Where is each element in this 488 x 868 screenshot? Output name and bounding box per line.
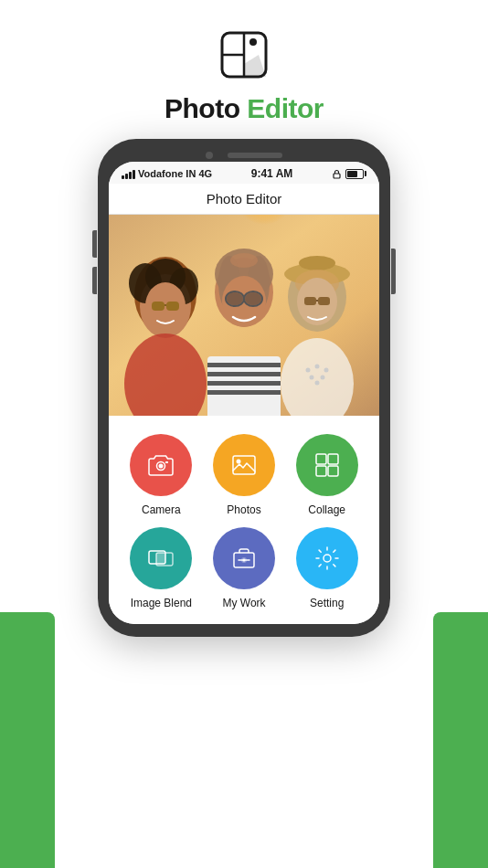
nav-title: Photo Editor xyxy=(207,191,282,206)
photo-area xyxy=(109,215,379,416)
svg-point-64 xyxy=(242,559,245,562)
svg-point-24 xyxy=(227,292,243,305)
svg-point-37 xyxy=(297,278,337,325)
phone-screen: Vodafone IN 4G 9:41 AM Photo Editor xyxy=(109,162,379,624)
front-camera xyxy=(206,152,213,159)
top-section: Photo Editor xyxy=(0,0,488,139)
image-blend-label: Image Blend xyxy=(131,597,192,609)
image-blend-circle xyxy=(130,527,192,589)
svg-point-45 xyxy=(310,376,314,380)
menu-grid: Camera Photos xyxy=(123,434,365,609)
camera-circle xyxy=(130,434,192,496)
setting-icon xyxy=(313,544,342,573)
my-work-menu-item[interactable]: My Work xyxy=(207,527,282,609)
setting-menu-item[interactable]: Setting xyxy=(289,527,365,609)
speaker xyxy=(228,153,282,158)
status-left: Vodafone IN 4G xyxy=(122,168,212,179)
svg-rect-14 xyxy=(166,302,179,311)
svg-rect-28 xyxy=(207,363,281,367)
status-bar: Vodafone IN 4G 9:41 AM xyxy=(109,162,379,184)
status-right xyxy=(332,169,366,179)
collage-icon xyxy=(313,450,342,480)
svg-rect-13 xyxy=(152,302,164,311)
svg-rect-39 xyxy=(318,297,330,305)
svg-rect-54 xyxy=(316,454,326,464)
volume-up-button xyxy=(92,230,97,258)
collage-circle xyxy=(296,434,358,496)
collage-label: Collage xyxy=(308,503,345,516)
svg-rect-29 xyxy=(207,372,281,376)
photos-icon xyxy=(229,450,259,480)
setting-circle xyxy=(296,527,358,589)
signal-icon xyxy=(122,169,135,179)
svg-rect-60 xyxy=(156,553,165,564)
svg-point-65 xyxy=(324,555,331,562)
svg-point-53 xyxy=(236,460,240,464)
svg-rect-31 xyxy=(207,390,281,395)
lock-icon xyxy=(332,169,342,179)
battery-icon xyxy=(345,169,366,179)
svg-point-50 xyxy=(159,464,164,469)
phone-mockup: Vodafone IN 4G 9:41 AM Photo Editor xyxy=(98,139,390,637)
setting-label: Setting xyxy=(310,597,344,609)
volume-down-button xyxy=(92,267,97,294)
carrier-text: Vodafone IN 4G xyxy=(138,168,212,179)
svg-rect-52 xyxy=(233,456,255,474)
svg-point-25 xyxy=(245,292,261,305)
svg-rect-57 xyxy=(328,466,338,476)
svg-rect-56 xyxy=(316,466,326,476)
svg-rect-4 xyxy=(334,174,340,178)
my-work-circle xyxy=(213,527,275,589)
svg-rect-30 xyxy=(207,381,281,386)
my-work-icon xyxy=(229,544,259,573)
photos-circle xyxy=(213,434,275,496)
camera-menu-item[interactable]: Camera xyxy=(123,434,199,516)
photos-menu-item[interactable]: Photos xyxy=(207,434,282,516)
svg-point-44 xyxy=(324,368,329,373)
svg-point-43 xyxy=(315,365,320,369)
svg-rect-55 xyxy=(328,454,338,464)
collage-menu-item[interactable]: Collage xyxy=(289,434,365,516)
status-time: 9:41 AM xyxy=(251,167,293,180)
app-icon xyxy=(218,29,270,93)
svg-point-48 xyxy=(230,253,258,268)
camera-label: Camera xyxy=(142,503,181,516)
people-photo xyxy=(109,215,379,416)
svg-rect-38 xyxy=(304,297,316,305)
svg-point-46 xyxy=(321,376,325,380)
green-left-accent xyxy=(0,612,55,868)
app-title: Photo Editor xyxy=(164,93,324,124)
svg-point-42 xyxy=(306,368,311,373)
svg-point-3 xyxy=(249,38,257,46)
nav-bar: Photo Editor xyxy=(109,184,379,215)
my-work-label: My Work xyxy=(222,597,265,609)
svg-point-47 xyxy=(315,381,320,386)
phone-notch xyxy=(109,152,379,159)
svg-rect-51 xyxy=(165,461,168,463)
power-button xyxy=(391,249,396,294)
svg-point-35 xyxy=(299,256,335,270)
photos-label: Photos xyxy=(227,503,260,516)
image-blend-icon xyxy=(146,544,175,573)
camera-icon xyxy=(146,450,175,480)
menu-area: Camera Photos xyxy=(109,416,379,624)
image-blend-menu-item[interactable]: Image Blend xyxy=(123,527,199,609)
green-right-accent xyxy=(433,612,488,868)
